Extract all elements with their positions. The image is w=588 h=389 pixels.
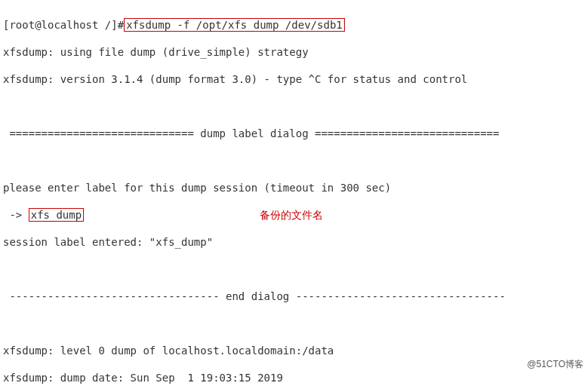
blank-line xyxy=(3,262,585,276)
output-line: please enter label for this dump session… xyxy=(3,181,585,194)
command-highlight: xfsdump -f /opt/xfs_dump /dev/sdb1 xyxy=(124,18,345,32)
output-line: xfsdump: using file dump (drive_simple) … xyxy=(3,45,585,59)
watermark: @51CTO博客 xyxy=(527,357,583,371)
input-arrow: -> xyxy=(3,209,29,221)
prompt-line: [root@localhost /]#xfsdump -f /opt/xfs_d… xyxy=(3,18,585,32)
annotation-filename: 备份的文件名 xyxy=(260,208,323,222)
input-line: -> xfs_dump备份的文件名 xyxy=(3,208,585,222)
blank-line xyxy=(3,154,585,167)
output-line: xfsdump: dump date: Sun Sep 1 19:03:15 2… xyxy=(3,371,585,384)
blank-line xyxy=(3,100,585,113)
output-line: xfsdump: version 3.1.4 (dump format 3.0)… xyxy=(3,72,585,86)
output-line: session label entered: "xfs_dump" xyxy=(3,235,585,249)
section-header: ============================= dump label… xyxy=(3,127,585,140)
section-header: --------------------------------- end di… xyxy=(3,289,585,303)
output-line: xfsdump: level 0 dump of localhost.local… xyxy=(3,344,585,357)
terminal-output: [root@localhost /]#xfsdump -f /opt/xfs_d… xyxy=(0,0,588,389)
blank-line xyxy=(3,317,585,330)
input-highlight[interactable]: xfs_dump xyxy=(29,208,84,222)
shell-prompt: [root@localhost /]# xyxy=(3,19,124,31)
